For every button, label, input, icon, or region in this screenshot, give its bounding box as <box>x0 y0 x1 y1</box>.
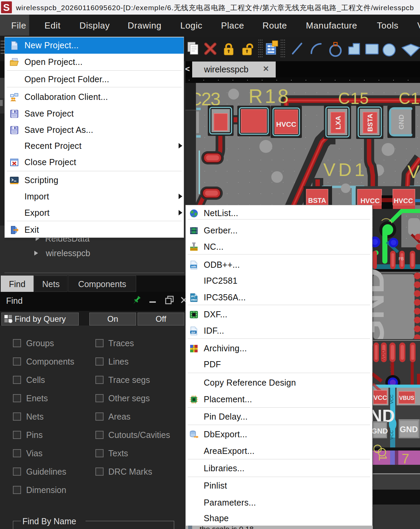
svg-text:C1: C1 <box>399 89 420 107</box>
svg-text:VCC: VCC <box>389 394 394 404</box>
svg-text:IPC: IPC <box>191 295 196 298</box>
svg-text:GND: GND <box>371 427 388 435</box>
svg-text:HVCC: HVCC <box>276 120 296 128</box>
svg-text:BSTA: BSTA <box>366 114 374 132</box>
svg-text:C15: C15 <box>338 89 369 107</box>
svg-text:S: S <box>3 2 10 13</box>
svg-text:7: 7 <box>402 451 409 466</box>
svg-text:VBUS: VBUS <box>399 395 415 401</box>
svg-text:R18: R18 <box>249 85 289 107</box>
svg-text:VCC: VCC <box>373 394 387 401</box>
svg-text:356A: 356A <box>191 298 197 301</box>
svg-text:VD1: VD1 <box>323 159 365 180</box>
svg-text:V: V <box>407 161 420 182</box>
svg-text:LXA: LXA <box>334 116 342 129</box>
svg-text:1: 1 <box>377 455 389 461</box>
svg-text:HVCC: HVCC <box>361 197 380 205</box>
svg-text:VCC: VCC <box>389 362 394 372</box>
svg-text:BSTA: BSTA <box>308 197 326 204</box>
svg-text:FB: FB <box>399 257 404 261</box>
svg-text:odb: odb <box>191 265 196 268</box>
svg-text:GND: GND <box>400 425 418 434</box>
svg-text:GND: GND <box>398 114 405 129</box>
svg-text:IDF: IDF <box>191 331 196 334</box>
svg-text:HVCC: HVCC <box>394 197 413 205</box>
svg-text:VDD: VDD <box>381 350 386 360</box>
svg-text:VCC: VCC <box>389 430 394 439</box>
